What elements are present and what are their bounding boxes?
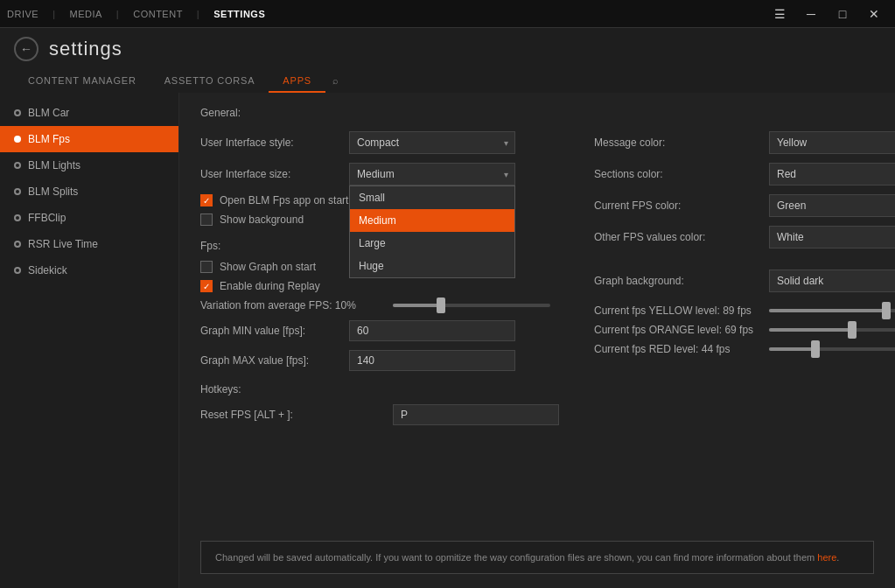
variation-slider-thumb[interactable] xyxy=(437,298,445,313)
sidebar-item-ffbclip[interactable]: FFBClip xyxy=(0,205,178,231)
subnav-assetto-corsa[interactable]: ASSETTO CORSA xyxy=(150,70,269,93)
nav-content[interactable]: CONTENT xyxy=(133,9,183,19)
graph-min-row: Graph MIN value [fps]: xyxy=(200,320,559,341)
yellow-level-row: Current fps YELLOW level: 89 fps xyxy=(594,304,895,317)
fps-sliders-section: Current fps YELLOW level: 89 fps Current… xyxy=(594,304,895,362)
red-slider-thumb[interactable] xyxy=(811,340,820,358)
dropdown-option-small[interactable]: Small xyxy=(350,186,514,209)
sidebar-dot-active xyxy=(14,136,21,143)
content-wrapper: General: User Interface style: Compact xyxy=(200,107,874,574)
reset-fps-row: Reset FPS [ALT + ]: xyxy=(200,404,559,425)
yellow-slider-thumb[interactable] xyxy=(882,302,891,319)
message-color-row: Message color: Yellow xyxy=(594,131,895,154)
orange-level-label: Current fps ORANGE level: 69 fps xyxy=(594,324,760,336)
red-level-row: Current fps RED level: 44 fps xyxy=(594,343,895,355)
dropdown-option-medium[interactable]: Medium xyxy=(350,209,514,232)
maximize-button[interactable]: □ xyxy=(829,2,857,26)
sidebar-item-blm-splits[interactable]: BLM Splits xyxy=(0,178,178,205)
orange-level-row: Current fps ORANGE level: 69 fps xyxy=(594,324,895,336)
graph-max-input[interactable] xyxy=(349,350,515,371)
ui-style-dropdown-wrapper: Compact xyxy=(349,131,515,154)
nav-media[interactable]: MEDIA xyxy=(69,9,101,19)
other-fps-color-dropdown-wrapper: White xyxy=(769,226,895,248)
sidebar-item-rsr-live-time[interactable]: RSR Live Time xyxy=(0,231,178,257)
menu-button[interactable]: ☰ xyxy=(766,2,794,26)
sections-color-dropdown[interactable]: Red xyxy=(769,163,895,186)
nav-drive[interactable]: DRIVE xyxy=(7,9,38,19)
show-background-label: Show background xyxy=(220,214,304,226)
red-slider-track[interactable] xyxy=(769,347,895,351)
ui-size-dropdown-wrapper: Medium Small Medium Large Huge xyxy=(349,163,515,186)
enable-replay-checkbox[interactable] xyxy=(200,280,213,292)
sidebar-dot xyxy=(14,241,21,248)
search-button[interactable]: ⌕ xyxy=(325,70,346,93)
yellow-slider-track[interactable] xyxy=(769,309,895,312)
open-on-start-label: Open BLM Fps app on start xyxy=(220,194,348,206)
variation-slider-row: Variation from average FPS: 10% xyxy=(200,299,559,312)
footer-info: Changed will be saved automatically. If … xyxy=(200,541,874,575)
current-fps-color-label: Current FPS color: xyxy=(594,200,760,212)
message-color-label: Message color: xyxy=(594,136,760,149)
message-color-dropdown[interactable]: Yellow xyxy=(769,131,895,154)
sidebar: BLM Car BLM Fps BLM Lights BLM Splits FF… xyxy=(0,93,179,588)
sidebar-item-blm-car[interactable]: BLM Car xyxy=(0,100,178,126)
sub-nav: CONTENT MANAGER ASSETTO CORSA APPS ⌕ xyxy=(14,70,881,93)
close-button[interactable]: ✕ xyxy=(860,2,888,26)
titlebar: DRIVE | MEDIA | CONTENT | SETTINGS ☰ ─ □… xyxy=(0,0,895,28)
message-color-dropdown-wrapper: Yellow xyxy=(769,131,895,154)
sidebar-item-blm-lights[interactable]: BLM Lights xyxy=(0,152,178,178)
yellow-slider-fill xyxy=(769,309,885,312)
graph-bg-dropdown[interactable]: Solid dark xyxy=(769,270,895,292)
variation-slider-track[interactable] xyxy=(393,304,550,307)
enable-replay-row: Enable during Replay xyxy=(200,280,559,292)
ui-size-dropdown-popup: Small Medium Large Huge xyxy=(349,186,515,278)
nav-settings[interactable]: SETTINGS xyxy=(213,9,265,19)
other-fps-color-label: Other FPS values color: xyxy=(594,231,760,243)
graph-min-input[interactable] xyxy=(349,320,515,341)
sections-color-row: Sections color: Red xyxy=(594,163,895,186)
titlebar-nav: DRIVE | MEDIA | CONTENT | SETTINGS xyxy=(7,9,265,19)
left-column: User Interface style: Compact User Inter… xyxy=(200,131,559,434)
current-fps-color-dropdown[interactable]: Green xyxy=(769,194,895,217)
reset-fps-label: Reset FPS [ALT + ]: xyxy=(200,409,384,421)
back-button[interactable]: ← xyxy=(14,37,38,61)
app-container: ← settings CONTENT MANAGER ASSETTO CORSA… xyxy=(0,28,895,588)
orange-slider-track[interactable] xyxy=(769,328,895,332)
graph-max-row: Graph MAX value [fps]: xyxy=(200,350,559,371)
sidebar-item-sidekick[interactable]: Sidekick xyxy=(0,257,178,284)
settings-grid: User Interface style: Compact User Inter… xyxy=(200,131,874,434)
variation-label: Variation from average FPS: 10% xyxy=(200,299,384,312)
sidebar-dot xyxy=(14,214,21,221)
reset-fps-input[interactable] xyxy=(393,404,559,425)
orange-slider-thumb[interactable] xyxy=(848,321,857,339)
current-fps-color-row: Current FPS color: Green xyxy=(594,194,895,217)
sidebar-item-blm-fps[interactable]: BLM Fps xyxy=(0,126,178,152)
dropdown-option-large[interactable]: Large xyxy=(350,232,514,255)
graph-min-label: Graph MIN value [fps]: xyxy=(200,325,340,337)
red-level-label: Current fps RED level: 44 fps xyxy=(594,343,760,355)
dropdown-option-huge[interactable]: Huge xyxy=(350,255,514,277)
enable-replay-label: Enable during Replay xyxy=(220,280,320,292)
footer-link[interactable]: here xyxy=(817,552,836,563)
footer-text: Changed will be saved automatically. If … xyxy=(215,552,817,563)
current-fps-color-dropdown-wrapper: Green xyxy=(769,194,895,217)
sections-color-label: Sections color: xyxy=(594,168,760,180)
subnav-content-manager[interactable]: CONTENT MANAGER xyxy=(14,70,150,93)
graph-bg-dropdown-wrapper: Solid dark xyxy=(769,270,895,292)
ui-size-dropdown[interactable]: Medium xyxy=(349,163,515,186)
show-graph-checkbox[interactable] xyxy=(200,261,213,273)
subnav-apps[interactable]: APPS xyxy=(269,70,325,93)
other-fps-color-dropdown[interactable]: White xyxy=(769,226,895,248)
general-section-title: General: xyxy=(200,107,874,119)
graph-max-label: Graph MAX value [fps]: xyxy=(200,354,340,367)
ui-style-row: User Interface style: Compact xyxy=(200,131,559,154)
show-background-checkbox[interactable] xyxy=(200,214,213,226)
ui-style-dropdown[interactable]: Compact xyxy=(349,131,515,154)
show-graph-label: Show Graph on start xyxy=(220,261,316,273)
red-slider-fill xyxy=(769,347,814,351)
sidebar-dot xyxy=(14,109,21,116)
minimize-button[interactable]: ─ xyxy=(797,2,825,26)
content-area: General: User Interface style: Compact xyxy=(179,93,895,588)
hotkeys-section-title: Hotkeys: xyxy=(200,383,559,396)
open-on-start-checkbox[interactable] xyxy=(200,194,213,206)
